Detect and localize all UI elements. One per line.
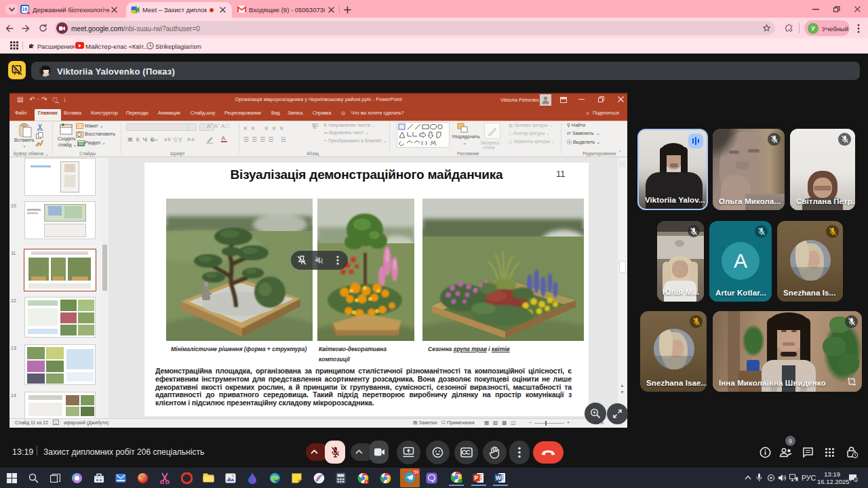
svg-text:1: 1 [366,480,368,484]
svg-text:1: 1 [855,478,857,482]
svg-text:P: P [475,474,479,481]
svg-text:W: W [496,474,502,481]
